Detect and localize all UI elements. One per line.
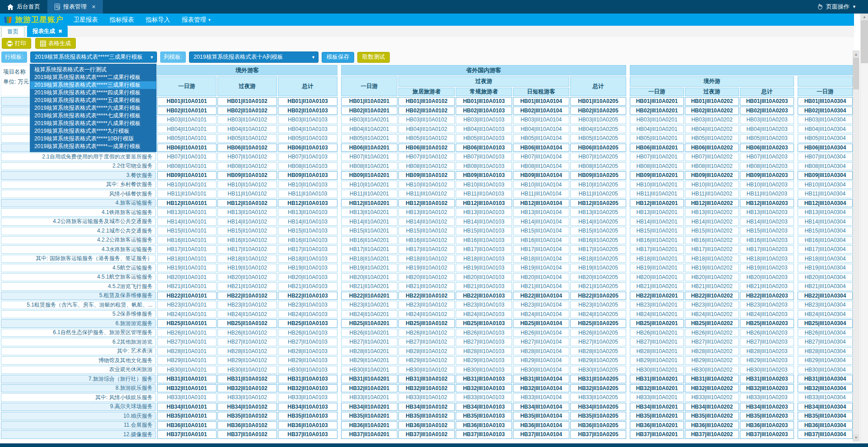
row-label: 其中: 乡村餐饮服务 [1,181,156,189]
page-scrollbar[interactable]: ▲ [860,14,868,443]
scroll-down-icon[interactable]: ▼ [853,434,859,441]
table-cell: HB06|III10A0304 [798,144,853,152]
table-cell: HB17|II10A0103 [278,245,337,254]
dropdown-option[interactable]: 2019核算系统报表格式表*****一成果行模板 [30,143,156,150]
menu-item-satellite-reports[interactable]: 卫星报表 [74,16,98,24]
report-management-tab[interactable]: 报表管理 ✕ [47,0,103,14]
table-cell: HB29|III10A0203 [740,356,794,365]
table-cell: HB16|II10A0101 [157,236,217,245]
dropdown-option[interactable]: 2019核算系统报表格式表*****八成果行模板 [30,120,156,127]
table-cell: HB07|III10A0103 [456,153,512,161]
table-cell: HB09|III10A0202 [685,171,739,180]
table-cell: HB35|III10A0104 [513,412,569,420]
column-group-gap [338,291,341,301]
app-brand: 旅游卫星账户 [0,14,67,25]
table-cell: HB37|II10A0102 [217,430,277,439]
row-template-select[interactable]: 2019核算系统报表格式表*****三成果行模板 ▼ [30,51,157,63]
table-cell: HB01|III10A0203 [740,97,794,106]
dropdown-option[interactable]: 2019核算系统报表格式表*****二成果行模板 [30,74,156,81]
table-cell: HB03|II10A0205 [570,116,626,124]
table-cell: HB32|II10A0205 [570,384,626,393]
table-cell: HB20|III10A0203 [740,273,794,282]
table-cell: HB11|III10A0202 [685,190,739,198]
header-col-day-trip: 一日游 [630,88,684,96]
table-cell: HB26|III10A0202 [685,329,739,337]
table-cell: HB33|III10A0102 [398,393,455,402]
menu-item-indicator-import[interactable]: 指标导入 [146,16,170,24]
table-cell: HB08|II10A0103 [278,162,337,171]
dropdown-option[interactable]: 2019核算系统报表格式表*****五成果行模板 [30,97,156,104]
table-cell: HB37|II10A0103 [278,430,337,439]
dropdown-option[interactable]: 2019核算系统报表格式表*****九行模板 [30,127,156,135]
table-cell: HB02|III10A0103 [456,107,512,115]
scroll-up-icon[interactable]: ▲ [861,14,868,20]
table-cell: HB31|II10A0101 [157,375,217,383]
scrollbar-thumb[interactable] [861,20,868,63]
table-cell: HB05|II10A0103 [278,134,337,143]
scroll-up-icon[interactable]: ▲ [853,51,859,58]
row-label: 6.2其他旅游游览 [1,338,156,346]
dropdown-option[interactable]: 2019核算系统报表格式表*****10B行模版 [30,135,156,143]
table-row: 6.1自然生态保护服务、旅游景区管理服务HB26|II10A0101HB26|I… [1,328,853,338]
header-col-regular-tourist: 常规旅游者 [456,88,512,96]
table-cell: HB37|II10A0205 [570,430,626,439]
dropdown-option[interactable]: 2019核算系统报表格式表*****三成果行模板 [30,81,156,89]
table-cell: HB34|III10A0102 [398,403,455,411]
tab-close-icon[interactable]: ✕ [92,4,96,10]
table-cell: HB11|II10A0201 [341,190,397,198]
table-cell: HB28|II10A0101 [157,347,217,356]
column-group-gap [338,226,341,236]
tab-report-generation-label: 报表生成 [32,28,55,35]
table-cell: HB25|II10A0102 [217,319,277,328]
save-template-button[interactable]: 模板保存 [322,52,354,63]
table-cell: HB02|II10A0205 [570,107,626,115]
home-tab[interactable]: 后台首页 [0,0,47,14]
table-cell: HB23|III10A0203 [740,301,794,309]
table-cell: HB37|II10A0101 [157,430,217,439]
dropdown-option[interactable]: 核算系统报表格式表一行测试 [30,66,156,74]
column-group-gap [627,180,629,190]
table-cell: HB14|III10A0103 [456,218,512,226]
column-group-gap [338,411,341,421]
print-button[interactable]: 打印 [2,38,31,49]
column-group-gap [627,97,629,106]
table-cell: HB24|III10A0104 [513,310,569,319]
table-generate-button[interactable]: 表格生成 [35,38,76,49]
table-cell: HB20|III10A0202 [685,273,739,282]
tab-report-generation[interactable]: 报表生成 ✖ [27,26,68,37]
column-group-gap [794,300,797,310]
table-row: 4.3水路旅客运输服务HB17|II10A0101HB17|II10A0102H… [1,245,853,254]
menu-item-indicator-reports[interactable]: 指标报表 [110,16,134,24]
col-template-select[interactable]: 2019核算系统报表格式表十A列模板 ▼ [189,51,319,63]
table-cell: HB25|II10A0103 [278,319,337,328]
row-label: 4.2.2公路旅客运输服务 [1,236,156,245]
table-scrollbar[interactable]: ▲ ▼ [853,51,859,442]
table-cell: HB27|III10A0103 [456,338,512,346]
tab-close-icon[interactable]: ✖ [58,28,62,34]
fetch-test-button[interactable]: 取数测试 [357,52,390,63]
column-group-gap [338,347,341,356]
dropdown-option[interactable]: 2019核算系统报表格式表*****四成果行模板 [30,89,156,97]
table-cell: HB30|III10A0202 [685,366,739,374]
table-cell: HB12|III10A0102 [398,199,455,208]
column-group-gap [794,152,797,162]
table-cell: HB34|II10A0101 [157,403,217,411]
table-cell: HB14|II10A0205 [570,218,626,226]
column-group-gap [627,143,629,153]
row-label: 其中: 风情小镇娱乐服务 [1,393,156,402]
table-cell: HB15|II10A0205 [570,227,626,235]
table-cell: HB31|III10A0202 [685,375,739,383]
row-label: 2.2住宅物业服务 [1,162,156,171]
scrollbar-thumb[interactable] [853,58,859,89]
table-cell: HB07|III10A0203 [740,153,794,161]
table-cell: HB13|III10A0103 [456,208,512,217]
page-actions-menu[interactable]: 页面操作 ▼ [817,0,856,14]
dropdown-option[interactable]: 2019核算系统报表格式表*****七成果行模板 [30,112,156,120]
row-template-value: 2019核算系统报表格式表*****三成果行模板 [35,53,143,61]
tab-home[interactable]: 首页 [1,26,24,37]
table-cell: HB31|III10A0102 [398,375,455,383]
table-cell: HB05|III10A0202 [685,134,739,143]
menu-item-report-management[interactable]: 报表管理 ▾ [182,16,211,24]
dropdown-option[interactable]: 2019核算系统报表格式表*****六成果行模板 [30,104,156,112]
row-label: 12.摄像服务 [1,430,156,439]
